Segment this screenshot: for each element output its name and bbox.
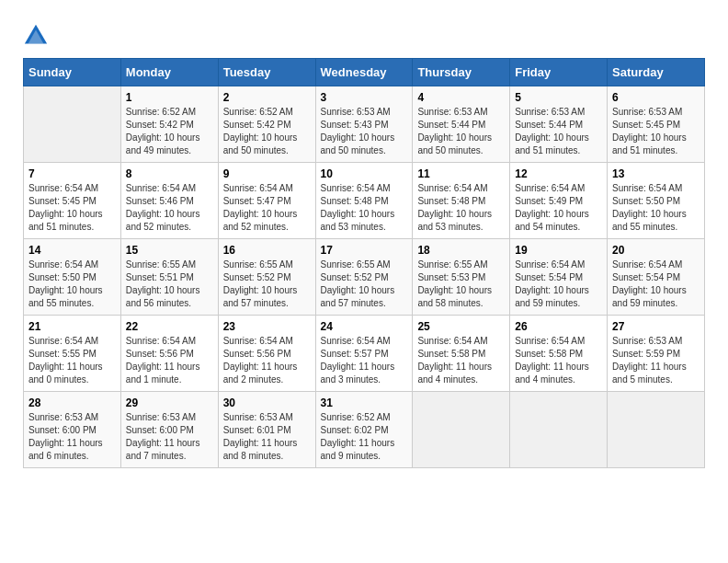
calendar-cell: 9Sunrise: 6:54 AMSunset: 5:47 PMDaylight…: [218, 163, 315, 239]
day-number: 30: [223, 396, 311, 409]
week-row-3: 14Sunrise: 6:54 AMSunset: 5:50 PMDayligh…: [24, 239, 705, 316]
calendar-table: SundayMondayTuesdayWednesdayThursdayFrid…: [23, 58, 705, 468]
day-info: Sunrise: 6:54 AMSunset: 5:58 PMDaylight:…: [515, 335, 602, 386]
calendar-cell: 20Sunrise: 6:54 AMSunset: 5:54 PMDayligh…: [608, 239, 705, 316]
day-info: Sunrise: 6:55 AMSunset: 5:52 PMDaylight:…: [223, 259, 311, 310]
calendar-cell: 25Sunrise: 6:54 AMSunset: 5:58 PMDayligh…: [413, 316, 510, 392]
calendar-cell: 5Sunrise: 6:53 AMSunset: 5:44 PMDaylight…: [510, 86, 608, 163]
day-info: Sunrise: 6:53 AMSunset: 6:00 PMDaylight:…: [28, 411, 116, 463]
day-number: 23: [223, 320, 311, 333]
day-number: 14: [28, 244, 116, 257]
day-number: 4: [417, 91, 505, 104]
day-number: 5: [515, 91, 602, 104]
calendar-cell: 21Sunrise: 6:54 AMSunset: 5:55 PMDayligh…: [24, 316, 121, 392]
calendar-cell: 14Sunrise: 6:54 AMSunset: 5:50 PMDayligh…: [24, 239, 121, 316]
day-info: Sunrise: 6:53 AMSunset: 5:44 PMDaylight:…: [515, 106, 602, 157]
calendar-cell: 13Sunrise: 6:54 AMSunset: 5:50 PMDayligh…: [608, 163, 705, 239]
day-info: Sunrise: 6:53 AMSunset: 5:44 PMDaylight:…: [417, 106, 505, 157]
header-saturday: Saturday: [608, 59, 705, 86]
calendar-cell: 27Sunrise: 6:53 AMSunset: 5:59 PMDayligh…: [608, 316, 705, 392]
day-number: 13: [612, 167, 700, 180]
calendar-cell: 28Sunrise: 6:53 AMSunset: 6:00 PMDayligh…: [24, 392, 121, 468]
header-friday: Friday: [510, 59, 608, 86]
day-info: Sunrise: 6:54 AMSunset: 5:49 PMDaylight:…: [515, 182, 602, 234]
day-number: 1: [126, 91, 213, 104]
header-thursday: Thursday: [413, 59, 510, 86]
logo-icon: [23, 23, 49, 49]
calendar-cell: [510, 392, 608, 468]
day-number: 25: [417, 320, 505, 333]
day-number: 10: [321, 167, 408, 180]
day-number: 22: [126, 320, 213, 333]
calendar-cell: 29Sunrise: 6:53 AMSunset: 6:00 PMDayligh…: [120, 392, 218, 468]
day-number: 11: [417, 167, 505, 180]
day-info: Sunrise: 6:54 AMSunset: 5:50 PMDaylight:…: [612, 182, 700, 234]
day-info: Sunrise: 6:54 AMSunset: 5:55 PMDaylight:…: [28, 335, 116, 386]
week-row-5: 28Sunrise: 6:53 AMSunset: 6:00 PMDayligh…: [24, 392, 705, 468]
calendar-cell: 6Sunrise: 6:53 AMSunset: 5:45 PMDaylight…: [608, 86, 705, 163]
day-info: Sunrise: 6:53 AMSunset: 5:43 PMDaylight:…: [321, 106, 408, 157]
day-info: Sunrise: 6:53 AMSunset: 6:01 PMDaylight:…: [223, 411, 311, 463]
day-number: 6: [612, 91, 700, 104]
calendar-cell: 12Sunrise: 6:54 AMSunset: 5:49 PMDayligh…: [510, 163, 608, 239]
calendar-cell: 17Sunrise: 6:55 AMSunset: 5:52 PMDayligh…: [315, 239, 413, 316]
day-number: 27: [612, 320, 700, 333]
calendar-cell: 18Sunrise: 6:55 AMSunset: 5:53 PMDayligh…: [413, 239, 510, 316]
day-info: Sunrise: 6:53 AMSunset: 6:00 PMDaylight:…: [126, 411, 213, 463]
header-sunday: Sunday: [24, 59, 121, 86]
day-number: 20: [612, 244, 700, 257]
day-info: Sunrise: 6:52 AMSunset: 5:42 PMDaylight:…: [223, 106, 311, 157]
day-number: 18: [417, 244, 505, 257]
day-number: 7: [28, 167, 116, 180]
day-info: Sunrise: 6:53 AMSunset: 5:45 PMDaylight:…: [612, 106, 700, 157]
calendar-cell: 2Sunrise: 6:52 AMSunset: 5:42 PMDaylight…: [218, 86, 315, 163]
day-number: 12: [515, 167, 602, 180]
day-number: 28: [28, 396, 116, 409]
day-info: Sunrise: 6:54 AMSunset: 5:54 PMDaylight:…: [515, 259, 602, 310]
day-number: 15: [126, 244, 213, 257]
day-info: Sunrise: 6:54 AMSunset: 5:48 PMDaylight:…: [417, 182, 505, 234]
day-info: Sunrise: 6:55 AMSunset: 5:51 PMDaylight:…: [126, 259, 213, 310]
day-info: Sunrise: 6:54 AMSunset: 5:56 PMDaylight:…: [126, 335, 213, 386]
header-wednesday: Wednesday: [315, 59, 413, 86]
calendar-cell: 26Sunrise: 6:54 AMSunset: 5:58 PMDayligh…: [510, 316, 608, 392]
day-info: Sunrise: 6:55 AMSunset: 5:53 PMDaylight:…: [417, 259, 505, 310]
day-info: Sunrise: 6:54 AMSunset: 5:58 PMDaylight:…: [417, 335, 505, 386]
day-info: Sunrise: 6:54 AMSunset: 5:48 PMDaylight:…: [321, 182, 408, 234]
header-row: SundayMondayTuesdayWednesdayThursdayFrid…: [24, 59, 705, 86]
header-tuesday: Tuesday: [218, 59, 315, 86]
day-info: Sunrise: 6:54 AMSunset: 5:54 PMDaylight:…: [612, 259, 700, 310]
day-number: 29: [126, 396, 213, 409]
day-info: Sunrise: 6:52 AMSunset: 5:42 PMDaylight:…: [126, 106, 213, 157]
header: [23, 18, 705, 49]
day-info: Sunrise: 6:52 AMSunset: 6:02 PMDaylight:…: [321, 411, 408, 463]
day-number: 3: [321, 91, 408, 104]
calendar-cell: 11Sunrise: 6:54 AMSunset: 5:48 PMDayligh…: [413, 163, 510, 239]
calendar-cell: 31Sunrise: 6:52 AMSunset: 6:02 PMDayligh…: [315, 392, 413, 468]
calendar-cell: 3Sunrise: 6:53 AMSunset: 5:43 PMDaylight…: [315, 86, 413, 163]
calendar-cell: 8Sunrise: 6:54 AMSunset: 5:46 PMDaylight…: [120, 163, 218, 239]
day-info: Sunrise: 6:54 AMSunset: 5:57 PMDaylight:…: [321, 335, 408, 386]
day-number: 17: [321, 244, 408, 257]
calendar-cell: 19Sunrise: 6:54 AMSunset: 5:54 PMDayligh…: [510, 239, 608, 316]
calendar-cell: [24, 86, 121, 163]
calendar-cell: [608, 392, 705, 468]
day-number: 19: [515, 244, 602, 257]
day-info: Sunrise: 6:54 AMSunset: 5:56 PMDaylight:…: [223, 335, 311, 386]
day-info: Sunrise: 6:55 AMSunset: 5:52 PMDaylight:…: [321, 259, 408, 310]
day-info: Sunrise: 6:54 AMSunset: 5:47 PMDaylight:…: [223, 182, 311, 234]
calendar-cell: 7Sunrise: 6:54 AMSunset: 5:45 PMDaylight…: [24, 163, 121, 239]
week-row-4: 21Sunrise: 6:54 AMSunset: 5:55 PMDayligh…: [24, 316, 705, 392]
day-number: 16: [223, 244, 311, 257]
day-info: Sunrise: 6:54 AMSunset: 5:50 PMDaylight:…: [28, 259, 116, 310]
logo: [23, 23, 51, 49]
day-info: Sunrise: 6:53 AMSunset: 5:59 PMDaylight:…: [612, 335, 700, 386]
day-info: Sunrise: 6:54 AMSunset: 5:46 PMDaylight:…: [126, 182, 213, 234]
calendar-cell: 1Sunrise: 6:52 AMSunset: 5:42 PMDaylight…: [120, 86, 218, 163]
calendar-cell: 10Sunrise: 6:54 AMSunset: 5:48 PMDayligh…: [315, 163, 413, 239]
calendar-header: SundayMondayTuesdayWednesdayThursdayFrid…: [24, 59, 705, 86]
day-number: 24: [321, 320, 408, 333]
calendar-cell: 24Sunrise: 6:54 AMSunset: 5:57 PMDayligh…: [315, 316, 413, 392]
day-number: 31: [321, 396, 408, 409]
calendar-cell: 16Sunrise: 6:55 AMSunset: 5:52 PMDayligh…: [218, 239, 315, 316]
